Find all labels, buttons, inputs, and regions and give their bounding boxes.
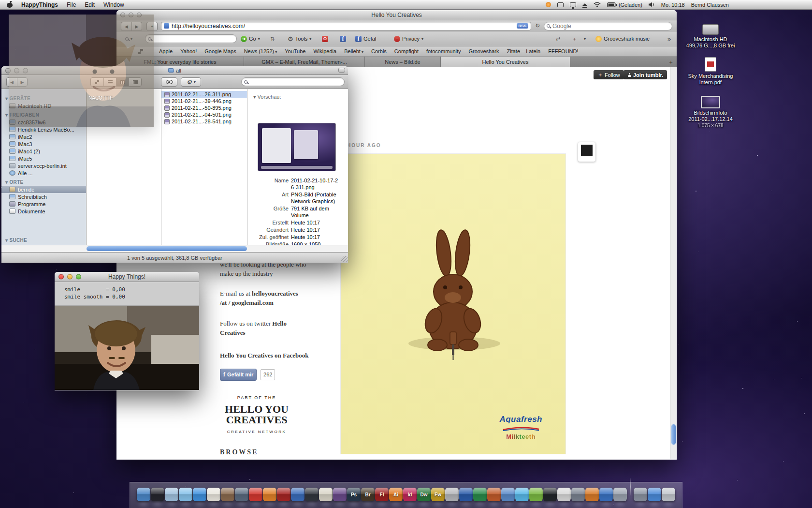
- toolbar-toggle-button[interactable]: [338, 68, 345, 73]
- rss-badge[interactable]: RSS: [517, 23, 528, 29]
- textedit-dock-icon[interactable]: [557, 488, 571, 501]
- fireworks-dock-icon[interactable]: Fw: [431, 488, 445, 501]
- sidebar-item-server-vccp[interactable]: server.vccp-berlin.int: [1, 162, 86, 169]
- sidebar-item-hendrik-macbook[interactable]: Hendrik Lenzs MacBo...: [1, 126, 86, 133]
- sidebar-item-imac4[interactable]: iMac4 (2): [1, 148, 86, 155]
- sidebar-item-imac2[interactable]: iMac2: [1, 133, 86, 140]
- menubar-clock[interactable]: Mo. 10:18: [661, 2, 685, 8]
- bookmark-wikipedia[interactable]: Wikipedia: [313, 48, 336, 54]
- finder-dock-icon[interactable]: [137, 488, 150, 501]
- menu-window[interactable]: Window: [103, 1, 124, 8]
- photo-post-icon[interactable]: [578, 142, 595, 162]
- indesign-dock-icon[interactable]: Id: [403, 488, 417, 501]
- ical-dock-icon[interactable]: [207, 488, 220, 501]
- url-input[interactable]: [172, 23, 517, 30]
- tab-hello-you-creatives[interactable]: Hello You Creatives: [441, 57, 570, 67]
- time-machine-icon[interactable]: [557, 2, 564, 7]
- bookmark-news-folder[interactable]: News (1252) ▾: [244, 48, 277, 54]
- action-menu-button[interactable]: ⚙▾: [181, 78, 201, 86]
- illustrator-dock-icon[interactable]: Ai: [389, 488, 403, 501]
- bookmark-fotocommunity[interactable]: fotocommunity: [426, 48, 461, 54]
- msn-dock-icon[interactable]: [529, 488, 543, 501]
- file-row[interactable]: 2011-02-21...-50-895.png: [161, 105, 247, 111]
- happy-things-titlebar[interactable]: Happy Things!: [55, 272, 199, 282]
- bookmark-grooveshark[interactable]: Grooveshark: [469, 48, 499, 54]
- trash-dock-icon[interactable]: [662, 488, 675, 501]
- vlc-dock-icon[interactable]: [585, 488, 599, 501]
- battery-menu[interactable]: (Geladen): [607, 2, 642, 8]
- app-menu[interactable]: HappyThings: [21, 1, 58, 8]
- history-arrows-icon[interactable]: ⇄: [556, 34, 560, 43]
- desktop-icon-sky-pdf[interactable]: Sky Merchandising intern.pdf: [679, 57, 742, 86]
- system-preferences-dock-icon[interactable]: [571, 488, 585, 501]
- file-row[interactable]: 2011-02-21...-39-446.png: [161, 98, 247, 105]
- menu-file[interactable]: File: [67, 1, 76, 8]
- quick-look-button[interactable]: [161, 78, 177, 86]
- post-photo-chocolate-bunny[interactable]: Aquafresh Milkteeth: [341, 154, 566, 454]
- sidebar-item-schreibtisch[interactable]: Schreibtisch: [1, 193, 86, 200]
- menu-extra-app-icon[interactable]: [546, 2, 551, 7]
- bridge-dock-icon[interactable]: Br: [361, 488, 375, 501]
- eject-icon[interactable]: [582, 3, 587, 6]
- sidebar-item-dokumente[interactable]: Dokumente: [1, 208, 86, 215]
- user-menu[interactable]: Bernd Claussen: [691, 2, 729, 8]
- mail-dock-icon[interactable]: [165, 488, 178, 501]
- bookmark-zitate-latein[interactable]: Zitate – Latein: [507, 48, 541, 54]
- entourage-dock-icon[interactable]: [501, 488, 515, 501]
- twitter-line[interactable]: Follow us on twitter Hello Creatives: [220, 319, 326, 337]
- powerpoint-dock-icon[interactable]: [487, 488, 501, 501]
- display-icon[interactable]: [570, 2, 576, 7]
- facebook-link[interactable]: Hello You Creatives on Facebook: [220, 351, 326, 360]
- address-bar[interactable]: RSS: [161, 22, 531, 30]
- bookmark-apple[interactable]: Apple: [159, 48, 173, 54]
- file-row[interactable]: 2011-02-21...-04-501.png: [161, 111, 247, 118]
- bookmark-yahoo[interactable]: Yahoo!: [180, 48, 197, 54]
- privacy-menu[interactable]: – Privacy▾: [394, 34, 423, 43]
- bookmark-google-maps[interactable]: Google Maps: [204, 48, 236, 54]
- tumblr-follow-button[interactable]: ＋ Follow: [594, 70, 624, 79]
- itunes-dock-icon[interactable]: [235, 488, 248, 501]
- sidebar-item-imac5[interactable]: iMac5: [1, 155, 86, 162]
- quicktime-dock-icon[interactable]: [291, 488, 304, 501]
- apple-menu-icon[interactable]: [7, 1, 13, 8]
- go-button[interactable]: ➜ Go▾: [241, 34, 260, 43]
- desktop-icon-macintosh-hd[interactable]: Macintosh HD 499,76 G...,8 GB frei: [679, 24, 742, 49]
- close-button[interactable]: [58, 274, 64, 280]
- address-book-dock-icon[interactable]: [221, 488, 234, 501]
- file-row[interactable]: 2011-02-21...-28-541.png: [161, 118, 247, 125]
- app-red-dock-icon[interactable]: [277, 488, 290, 501]
- sort-arrows-icon[interactable]: ⇅: [270, 34, 275, 43]
- file-row[interactable]: 2011-02-21...-26-311.png: [161, 91, 247, 98]
- sidebar-item-imac3[interactable]: iMac3: [1, 140, 86, 148]
- app-gray-dock-icon[interactable]: [613, 488, 627, 501]
- scrollbar-thumb[interactable]: [671, 424, 676, 445]
- bookmark-ffffound[interactable]: FFFFOUND!: [548, 48, 578, 54]
- terminal-dock-icon[interactable]: [543, 488, 557, 501]
- word-dock-icon[interactable]: [459, 488, 473, 501]
- menu-edit[interactable]: Edit: [85, 1, 95, 8]
- bookmark-compfight[interactable]: Compfight: [394, 48, 419, 54]
- finder-search-field[interactable]: [241, 77, 345, 86]
- opera-dock-icon[interactable]: [249, 488, 262, 501]
- stack-downloads-dock-icon[interactable]: [648, 488, 661, 501]
- safari-dock-icon[interactable]: [193, 488, 206, 501]
- facebook-like-bookmarklet[interactable]: f Gefäl: [355, 34, 376, 43]
- dreamweaver-dock-icon[interactable]: Dw: [417, 488, 431, 501]
- bookmark-youtube[interactable]: YouTube: [285, 48, 305, 54]
- finder-horizontal-scrollbar[interactable]: [1, 245, 348, 252]
- reload-icon[interactable]: ↻: [535, 22, 540, 29]
- minimize-button[interactable]: [67, 274, 72, 280]
- wifi-icon[interactable]: [594, 2, 601, 7]
- preview-thumbnail[interactable]: [258, 123, 336, 171]
- page-scrollbar[interactable]: [670, 67, 676, 459]
- excel-dock-icon[interactable]: [473, 488, 487, 501]
- stack-documents-dock-icon[interactable]: [634, 488, 647, 501]
- more-addons-chevrons[interactable]: »: [667, 34, 671, 43]
- zoom-button[interactable]: [76, 274, 81, 280]
- resize-grip[interactable]: [341, 256, 348, 262]
- post-timestamp[interactable]: HOUR AGO: [347, 143, 381, 148]
- tools-menu[interactable]: ⚙ Tools▾: [288, 34, 311, 43]
- flash-dock-icon[interactable]: Fl: [375, 488, 389, 501]
- iphoto-dock-icon[interactable]: [305, 488, 319, 501]
- finder-search-input[interactable]: [249, 78, 342, 85]
